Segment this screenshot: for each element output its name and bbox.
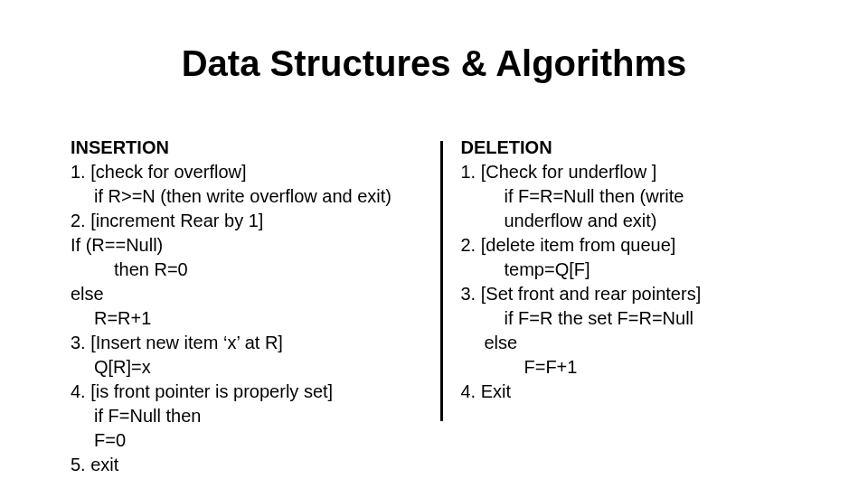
insertion-line: if F=Null then (71, 404, 424, 428)
deletion-column: DELETION 1. [Check for underflow ] if F=… (443, 136, 815, 404)
deletion-line: 2. [delete item from queue] (461, 233, 815, 258)
deletion-heading: DELETION (461, 136, 815, 160)
insertion-heading: INSERTION (71, 136, 424, 160)
deletion-line: underflow and exit) (461, 209, 815, 233)
deletion-line: else (461, 331, 815, 355)
insertion-line: R=R+1 (71, 306, 424, 331)
insertion-line: 1. [check for overflow] (71, 160, 424, 184)
insertion-line: if R>=N (then write overflow and exit) (71, 184, 424, 209)
insertion-line: 4. [is front pointer is properly set] (71, 380, 424, 404)
insertion-line: Q[R]=x (71, 355, 424, 380)
deletion-line: if F=R the set F=R=Null (461, 306, 815, 331)
deletion-line: 4. Exit (461, 380, 815, 404)
slide-title: Data Structures & Algorithms (0, 43, 868, 84)
deletion-line: if F=R=Null then (write (461, 184, 815, 209)
slide: Data Structures & Algorithms INSERTION 1… (0, 0, 868, 488)
deletion-line: 3. [Set front and rear pointers] (461, 282, 815, 306)
insertion-column: INSERTION 1. [check for overflow] if R>=… (71, 136, 440, 477)
insertion-line: 3. [Insert new item ‘x’ at R] (71, 331, 424, 355)
insertion-line: F=0 (71, 428, 424, 453)
deletion-line: temp=Q[F] (461, 258, 815, 282)
deletion-line: 1. [Check for underflow ] (461, 160, 815, 184)
insertion-line: else (71, 282, 424, 306)
insertion-line: 2. [increment Rear by 1] (71, 209, 424, 233)
insertion-line: 5. exit (71, 453, 424, 477)
content-columns: INSERTION 1. [check for overflow] if R>=… (71, 136, 814, 477)
insertion-line: then R=0 (71, 258, 424, 282)
insertion-line: If (R==Null) (71, 233, 424, 258)
deletion-line: F=F+1 (461, 355, 815, 380)
